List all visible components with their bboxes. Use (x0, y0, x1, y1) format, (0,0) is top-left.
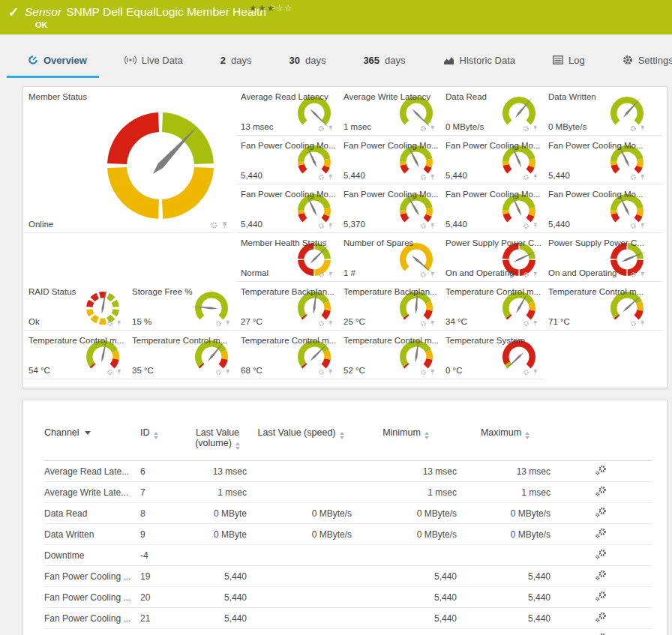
gear-icon[interactable] (318, 125, 325, 132)
gauge-cell-power-supply-2[interactable]: Power Supply Power C...On and Operating (544, 235, 662, 282)
pin-icon[interactable] (116, 320, 122, 327)
gauge-cell-temperature-control-4[interactable]: Temperature Control m...35 °C (128, 333, 236, 379)
priority-star[interactable]: ★ (249, 3, 258, 13)
edit-channel-gear-icon[interactable] (595, 570, 608, 581)
pin-icon[interactable] (328, 271, 334, 278)
gauge-cell-fan-power-cooling-3[interactable]: Fan Power Cooling Mo...5,440 (441, 138, 544, 184)
gear-icon[interactable] (106, 369, 113, 376)
pin-icon[interactable] (225, 369, 231, 376)
pin-icon[interactable] (640, 320, 646, 327)
channel-name[interactable]: Downtime (44, 545, 140, 566)
gear-icon[interactable] (420, 271, 427, 278)
gear-icon[interactable] (630, 223, 637, 229)
column-header-minimum[interactable]: Minimum (353, 427, 458, 461)
tab-log[interactable]: Log (551, 43, 586, 77)
pin-icon[interactable] (640, 223, 646, 229)
channel-name[interactable]: Average Write Late... (44, 482, 140, 503)
channel-edit-cell[interactable] (552, 482, 652, 503)
channel-edit-cell[interactable] (552, 461, 652, 482)
gear-icon[interactable] (523, 369, 530, 376)
pin-icon[interactable] (532, 223, 538, 229)
gauge-cell-raid-status[interactable]: RAID StatusOk (24, 284, 128, 331)
pin-icon[interactable] (328, 223, 334, 229)
pin-icon[interactable] (221, 221, 228, 229)
gauge-cell-fan-power-cooling-1[interactable]: Fan Power Cooling Mo...5,440 (236, 138, 339, 184)
channel-edit-cell[interactable] (552, 566, 652, 587)
gear-icon[interactable] (420, 320, 427, 327)
edit-channel-gear-icon[interactable] (595, 507, 608, 518)
channel-name[interactable]: Data Written (44, 524, 140, 545)
gear-icon[interactable] (523, 320, 530, 327)
edit-channel-gear-icon[interactable] (595, 465, 608, 476)
gauge-cell-temperature-control-2[interactable]: Temperature Control m...71 °C (544, 284, 662, 331)
pin-icon[interactable] (532, 320, 538, 327)
channel-name[interactable]: Fan Power Cooling ... (44, 608, 140, 629)
gear-icon[interactable] (420, 369, 427, 376)
priority-star[interactable]: ★ (258, 3, 267, 13)
gauge-cell-temperature-backplane-2[interactable]: Temperature Backplan...25 °C (339, 284, 441, 331)
gauge-cell-temperature-control-3[interactable]: Temperature Control m...54 °C (24, 333, 128, 379)
pin-icon[interactable] (640, 125, 646, 132)
gauge-cell-fan-power-cooling-6[interactable]: Fan Power Cooling Mo...5,370 (339, 187, 441, 233)
gear-icon[interactable] (318, 223, 325, 229)
channel-edit-cell[interactable] (552, 503, 652, 524)
pin-icon[interactable] (225, 320, 231, 327)
edit-channel-gear-icon[interactable] (595, 612, 608, 623)
pin-icon[interactable] (640, 174, 646, 181)
gear-icon[interactable] (215, 320, 222, 327)
gear-icon[interactable] (630, 320, 637, 327)
pin-icon[interactable] (328, 174, 334, 181)
pin-icon[interactable] (430, 271, 436, 278)
gear-icon[interactable] (106, 320, 113, 327)
channel-name[interactable]: Average Read Late... (44, 461, 140, 482)
tab-live-data[interactable]: Live Data (123, 43, 184, 77)
gauge-cell-storage-free[interactable]: Storage Free %15 % (128, 284, 236, 331)
gear-icon[interactable] (420, 223, 427, 229)
column-header-id[interactable]: ID (140, 427, 187, 461)
gear-icon[interactable] (318, 320, 325, 327)
gear-icon[interactable] (523, 271, 530, 278)
gear-icon[interactable] (630, 125, 637, 132)
channel-name[interactable]: Fan Power Cooling ... (44, 587, 140, 608)
pin-icon[interactable] (116, 369, 122, 376)
pin-icon[interactable] (430, 320, 436, 327)
pin-icon[interactable] (430, 174, 436, 181)
tab-settings[interactable]: Settings (621, 43, 672, 77)
gear-icon[interactable] (420, 174, 427, 181)
pin-icon[interactable] (640, 271, 646, 278)
channel-name[interactable]: Fan Power Cooling ... (44, 629, 140, 635)
channel-name[interactable]: Data Read (44, 503, 140, 524)
gear-icon[interactable] (318, 369, 325, 376)
column-header-last-value-speed-[interactable]: Last Value (speed) (248, 427, 353, 461)
gauge-cell-temperature-control-5[interactable]: Temperature Control m...68 °C (236, 333, 339, 379)
pin-icon[interactable] (430, 369, 436, 376)
pin-icon[interactable] (328, 369, 334, 376)
gear-icon[interactable] (630, 271, 637, 278)
channel-edit-cell[interactable] (552, 545, 652, 566)
tab-30-days[interactable]: 30days (287, 43, 327, 77)
gear-icon[interactable] (318, 174, 325, 181)
priority-star[interactable]: ☆ (284, 3, 293, 13)
channel-edit-cell[interactable] (552, 524, 652, 545)
gauge-cell-data-read[interactable]: Data Read0 MByte/s (441, 89, 544, 136)
gauge-cell-temperature-control-6[interactable]: Temperature Control m...52 °C (339, 333, 441, 379)
priority-stars[interactable]: ★★★☆☆ (249, 3, 293, 13)
pin-icon[interactable] (328, 125, 334, 132)
channel-name[interactable]: Fan Power Cooling ... (44, 566, 140, 587)
pin-icon[interactable] (430, 125, 436, 132)
gauge-cell-temperature-control-1[interactable]: Temperature Control m...34 °C (441, 284, 544, 331)
edit-channel-gear-icon[interactable] (595, 591, 608, 602)
gauge-cell-number-of-spares[interactable]: Number of Spares1 # (339, 235, 441, 282)
gear-icon[interactable] (523, 223, 530, 229)
edit-channel-gear-icon[interactable] (595, 528, 608, 539)
tab-2-days[interactable]: 2days (219, 43, 254, 77)
pin-icon[interactable] (430, 223, 436, 229)
gear-icon[interactable] (523, 174, 530, 181)
channel-edit-cell[interactable] (552, 608, 652, 629)
gauge-cell-fan-power-cooling-7[interactable]: Fan Power Cooling Mo...5,440 (441, 187, 544, 233)
gauge-cell-member-health-status[interactable]: Member Health StatusNormal (236, 235, 339, 282)
gauge-cell-member-status[interactable]: Member StatusOnline (24, 89, 233, 233)
pin-icon[interactable] (532, 174, 538, 181)
gauge-cell-data-written[interactable]: Data Written0 MByte/s (544, 89, 662, 136)
gauge-cell-fan-power-cooling-2[interactable]: Fan Power Cooling Mo...5,440 (339, 138, 441, 184)
